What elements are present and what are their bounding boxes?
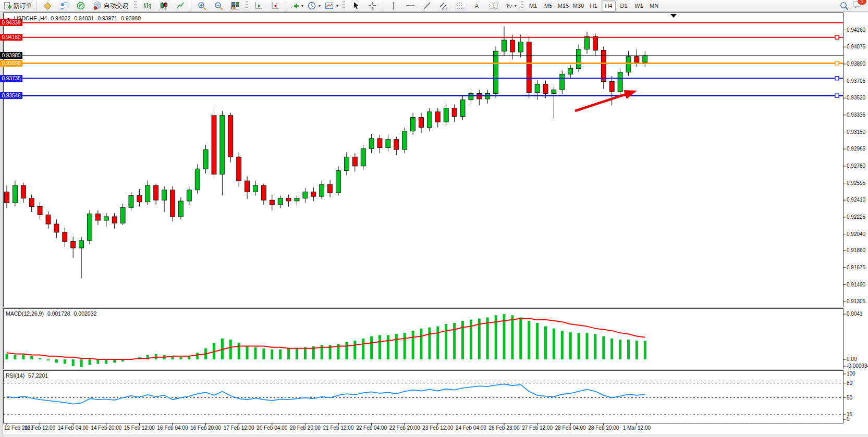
auto-scroll-icon xyxy=(254,2,263,10)
svg-text:T: T xyxy=(492,3,496,9)
symbol-label: USDCHF-,H4 xyxy=(14,15,47,21)
channel-icon: E xyxy=(439,2,448,10)
new-order-button[interactable]: 新订单 xyxy=(1,0,34,11)
tile-windows-button[interactable] xyxy=(227,0,243,11)
ohlc-bars-icon xyxy=(143,2,152,10)
horizontal-line-tool-button[interactable] xyxy=(402,0,419,11)
open-value: 0.94022 xyxy=(51,15,70,21)
svg-text:E: E xyxy=(446,6,448,10)
timeframe-h1[interactable]: H1 xyxy=(586,1,601,11)
candlestick-mode-button[interactable] xyxy=(155,0,172,11)
zoom-out-icon xyxy=(214,2,223,10)
zoom-in-icon xyxy=(198,2,206,10)
price-chart-pane[interactable] xyxy=(3,13,843,307)
indicators-button[interactable]: ▾ xyxy=(288,0,305,11)
crosshair-tool-button[interactable] xyxy=(364,0,381,11)
line-chart-icon xyxy=(176,2,185,10)
arrow-shapes-icon xyxy=(504,2,512,10)
new-order-label: 新订单 xyxy=(14,2,32,10)
search-icon xyxy=(839,1,849,10)
chart-title: ▼ USDCHF-,H4 0.94022 0.94031 0.93971 0.9… xyxy=(6,15,143,21)
toolbar: 新订单 自动交易 xyxy=(0,0,868,12)
auto-scroll-button[interactable] xyxy=(250,0,267,11)
timeframe-toolbar: M1M5M15M30H1H4D1W1MN xyxy=(525,1,662,11)
chart-shift-icon xyxy=(271,2,280,10)
text-a-icon: A xyxy=(473,2,481,10)
toolbar-right-group: 1 xyxy=(836,0,867,11)
notifications-button[interactable]: 1 xyxy=(852,0,863,11)
timeframe-d1[interactable]: D1 xyxy=(617,1,631,11)
timeframe-h4[interactable]: H4 xyxy=(602,1,616,11)
low-value: 0.93971 xyxy=(97,15,117,21)
fibonacci-tool-button[interactable]: F xyxy=(452,0,469,11)
rsi-pane[interactable] xyxy=(3,370,843,423)
person-monitor-icon xyxy=(59,1,69,10)
indicators-plus-icon xyxy=(290,2,299,10)
dropdown-arrow-icon: ▾ xyxy=(319,4,321,8)
timeframe-m15[interactable]: M15 xyxy=(556,1,570,11)
market-watch-button[interactable] xyxy=(39,0,56,11)
equidistant-channel-tool-button[interactable]: E xyxy=(435,0,452,11)
collapse-icon[interactable]: ▼ xyxy=(6,17,10,21)
toolbar-grip[interactable] xyxy=(343,1,345,10)
toolbar-grip[interactable] xyxy=(521,1,523,10)
notification-count-badge: 1 xyxy=(858,0,866,5)
zoom-in-button[interactable] xyxy=(193,0,210,11)
dropdown-arrow-icon: ▾ xyxy=(301,4,303,8)
text-tool-button[interactable]: A xyxy=(469,0,485,11)
line-chart-mode-button[interactable] xyxy=(172,0,189,11)
price-axis-scale[interactable] xyxy=(843,13,868,433)
left-gutter xyxy=(0,13,3,437)
clock-icon xyxy=(308,2,316,10)
new-order-icon xyxy=(4,2,12,10)
fibonacci-icon: F xyxy=(456,2,465,10)
vertical-line-tool-button[interactable] xyxy=(385,0,402,11)
dropdown-arrow-icon: ▾ xyxy=(336,4,338,8)
strategy-tester-button[interactable] xyxy=(72,0,89,11)
tile-windows-icon xyxy=(231,2,240,10)
text-label-icon: T xyxy=(489,2,498,10)
rsi-value: 57.2201 xyxy=(28,372,48,379)
toolbar-grip[interactable] xyxy=(134,1,137,10)
time-axis-scale[interactable] xyxy=(3,423,868,434)
data-window-button[interactable] xyxy=(56,0,72,11)
macd-main-value: 0.001728 xyxy=(47,310,70,317)
timeframe-m30[interactable]: M30 xyxy=(571,1,585,11)
templates-button[interactable]: ▾ xyxy=(323,0,340,11)
autotrading-button[interactable]: 自动交易 xyxy=(89,0,132,11)
svg-text:A: A xyxy=(474,2,479,10)
trendline-tool-button[interactable] xyxy=(419,0,435,11)
horizontal-line-icon xyxy=(406,2,415,10)
trendline-icon xyxy=(423,2,431,10)
template-icon xyxy=(325,2,334,10)
toolbar-grip[interactable] xyxy=(246,1,248,10)
svg-text:F: F xyxy=(462,6,464,10)
separator xyxy=(383,1,383,10)
timeframe-w1[interactable]: W1 xyxy=(632,1,646,11)
arrows-tool-button[interactable]: ▾ xyxy=(502,0,519,11)
dropdown-arrow-icon: ▾ xyxy=(515,4,517,8)
chart-shift-button[interactable] xyxy=(267,0,284,11)
timeframe-m1[interactable]: M1 xyxy=(526,1,540,11)
zoom-out-button[interactable] xyxy=(210,0,227,11)
autotrading-ball-icon xyxy=(93,1,102,10)
close-value: 0.93980 xyxy=(121,15,141,21)
search-button[interactable] xyxy=(836,0,852,11)
high-value: 0.94031 xyxy=(74,15,94,21)
label-tool-button[interactable]: T xyxy=(485,0,502,11)
separator xyxy=(286,1,286,10)
vertical-line-icon xyxy=(390,2,397,10)
periods-button[interactable]: ▾ xyxy=(305,0,323,11)
cursor-arrow-icon xyxy=(351,2,360,10)
candlestick-icon xyxy=(160,2,168,10)
separator xyxy=(36,1,37,10)
rsi-label: RSI(14) xyxy=(6,372,25,379)
cursor-tool-button[interactable] xyxy=(347,0,364,11)
radar-icon xyxy=(76,1,85,10)
timeframe-m5[interactable]: M5 xyxy=(541,1,555,11)
macd-pane[interactable] xyxy=(3,308,843,369)
macd-header: MACD(12,26,9) 0.001728 0.002032 xyxy=(6,310,99,317)
macd-signal-value: 0.002032 xyxy=(74,310,97,317)
bar-chart-mode-button[interactable] xyxy=(139,0,155,11)
timeframe-mn[interactable]: MN xyxy=(647,1,661,11)
